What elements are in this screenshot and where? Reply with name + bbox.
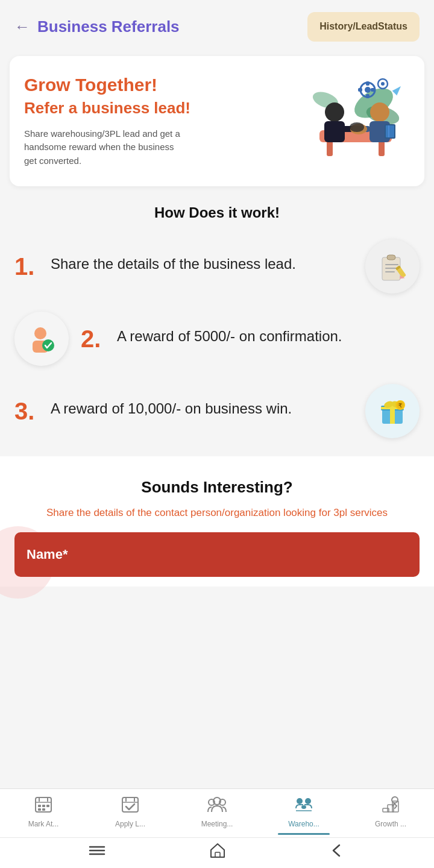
svg-text:₹: ₹ xyxy=(398,403,402,409)
svg-rect-54 xyxy=(38,808,41,811)
svg-rect-15 xyxy=(379,141,385,156)
svg-point-65 xyxy=(301,805,306,809)
sounds-title: Sounds Interesting? xyxy=(14,478,420,497)
bottom-nav: Mark At... Apply L... xyxy=(0,788,434,868)
svg-marker-77 xyxy=(211,844,224,857)
back-icon[interactable] xyxy=(330,843,345,862)
warehouse-icon xyxy=(294,796,314,817)
history-lead-status-button[interactable]: History/LeadStatus xyxy=(307,12,420,42)
svg-rect-25 xyxy=(386,125,394,137)
how-section-title: How Does it work! xyxy=(14,204,420,221)
step-3-icon: ₹ xyxy=(365,384,420,438)
home-icon[interactable] xyxy=(210,843,225,862)
svg-rect-6 xyxy=(366,94,370,98)
meeting-icon xyxy=(207,796,227,817)
nav-active-underline xyxy=(278,833,330,835)
banner-text: Grow Together! Refer a business lead! Sh… xyxy=(24,74,289,168)
svg-marker-11 xyxy=(392,86,401,96)
svg-point-23 xyxy=(350,122,364,132)
svg-point-35 xyxy=(34,327,46,339)
page-title: Business Referrals xyxy=(37,17,180,36)
phone-bar xyxy=(0,837,434,868)
header: ← Business Referrals History/LeadStatus xyxy=(0,0,434,51)
step-2-number: 2. xyxy=(81,327,110,351)
nav-items: Mark At... Apply L... xyxy=(0,789,434,837)
step-3-row: 3. A reward of 10,000/- on business win.… xyxy=(14,384,420,438)
nav-item-apply-leave[interactable]: Apply L... xyxy=(87,796,174,835)
how-section: How Does it work! 1. Share the details o… xyxy=(0,198,434,438)
menu-icon[interactable] xyxy=(89,844,105,860)
nav-label-apply-leave: Apply L... xyxy=(115,820,145,828)
banner-title-2: Refer a business lead! xyxy=(24,98,289,119)
svg-rect-52 xyxy=(42,805,45,807)
nav-label-mark-attendance: Mark At... xyxy=(28,820,59,828)
banner-illustration xyxy=(289,73,410,169)
step-2-text: A reward of 5000/- on confirmation. xyxy=(117,327,420,345)
nav-label-warehouse: Wareho... xyxy=(288,820,319,828)
svg-rect-5 xyxy=(366,81,370,86)
sounds-description: Share the details of the contact person/… xyxy=(14,505,420,521)
nav-item-growth[interactable]: Growth ... xyxy=(347,796,434,835)
svg-point-64 xyxy=(305,798,311,804)
svg-rect-51 xyxy=(38,805,41,807)
step-1-row: 1. Share the details of the business lea… xyxy=(14,239,420,294)
apply-leave-icon xyxy=(121,796,139,817)
svg-point-19 xyxy=(370,102,389,122)
step-1-number: 1. xyxy=(14,254,43,278)
nav-label-meeting: Meeting... xyxy=(201,820,233,828)
step-2-icon xyxy=(14,312,69,366)
nav-label-growth: Growth ... xyxy=(375,820,406,828)
name-field[interactable]: Name* xyxy=(14,532,420,577)
header-left: ← Business Referrals xyxy=(14,17,180,36)
step-3-text: A reward of 10,000/- on business win. xyxy=(51,399,353,418)
banner-title-1: Grow Together! xyxy=(24,74,289,96)
step-2-row: 2. A reward of 5000/- on confirmation. xyxy=(14,312,420,366)
growth-icon xyxy=(382,796,400,817)
svg-rect-17 xyxy=(324,121,345,142)
svg-rect-56 xyxy=(122,797,138,812)
back-button[interactable]: ← xyxy=(14,17,30,36)
nav-item-warehouse[interactable]: Wareho... xyxy=(260,796,347,835)
step-1-icon xyxy=(365,239,420,294)
banner-description: Share warehousing/3PL lead and get a han… xyxy=(24,127,181,168)
svg-point-4 xyxy=(365,87,371,93)
svg-point-63 xyxy=(297,798,303,804)
mark-attendance-icon xyxy=(34,796,52,817)
svg-rect-55 xyxy=(42,808,45,811)
nav-item-mark-attendance[interactable]: Mark At... xyxy=(0,796,87,835)
sounds-section: Sounds Interesting? Share the details of… xyxy=(0,456,434,587)
banner-card: Grow Together! Refer a business lead! Sh… xyxy=(10,56,424,186)
svg-rect-53 xyxy=(46,805,49,807)
svg-point-16 xyxy=(325,102,344,122)
step-1-text: Share the details of the business lead. xyxy=(51,254,353,273)
nav-item-meeting[interactable]: Meeting... xyxy=(174,796,260,835)
svg-rect-7 xyxy=(358,88,362,92)
step-3-number: 3. xyxy=(14,399,43,423)
svg-rect-8 xyxy=(371,88,375,92)
svg-rect-78 xyxy=(215,852,220,857)
svg-rect-28 xyxy=(387,255,395,260)
svg-point-10 xyxy=(381,82,385,86)
svg-rect-14 xyxy=(327,141,333,156)
svg-line-72 xyxy=(395,806,397,808)
